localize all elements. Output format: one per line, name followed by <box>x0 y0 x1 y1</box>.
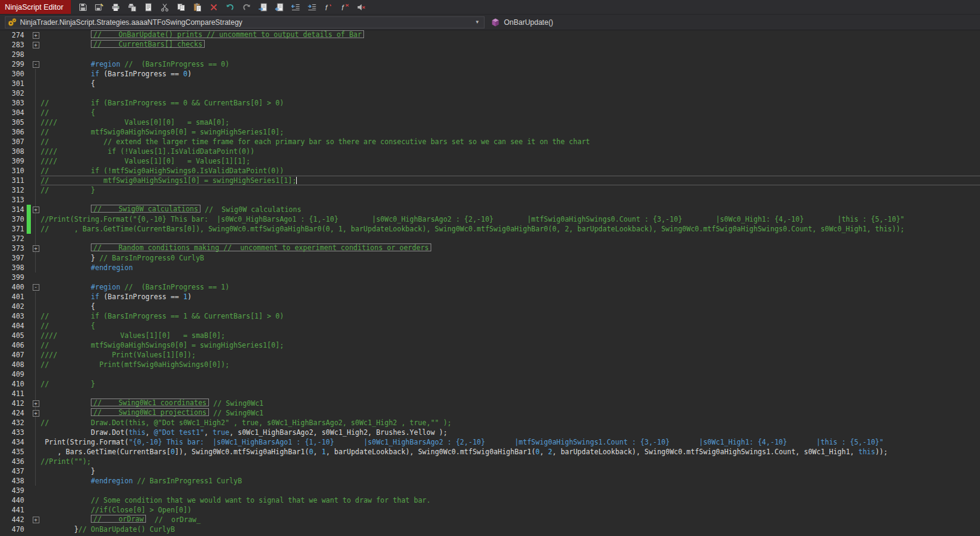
code-line[interactable]: 437 } <box>0 466 980 476</box>
indent-icon[interactable] <box>307 2 317 12</box>
code-line[interactable]: 283+ // CurrentBars[] checks <box>0 40 980 50</box>
member-selector[interactable]: OnBarUpdate() <box>491 16 975 28</box>
code-line[interactable]: 407//// Print(Values[1][0]); <box>0 350 980 360</box>
code-text[interactable]: Draw.Dot(this, @"Dot test1", true, s0Wc1… <box>41 428 980 437</box>
code-line[interactable]: 406// mtfSwig0aHighSwings0[0] = swingHig… <box>0 340 980 350</box>
code-text[interactable]: //// Print(Values[1][0]); <box>41 350 980 360</box>
code-line[interactable]: 435 , Bars.GetTime(CurrentBars[0]), Swin… <box>0 447 980 457</box>
code-line[interactable]: 305//// Values[0][0] = smaA[0]; <box>0 117 980 127</box>
code-text[interactable]: , Bars.GetTime(CurrentBars[0]), Swing0Wc… <box>41 447 980 457</box>
code-line[interactable]: 303// if (BarsInProgress == 0 && Current… <box>0 98 980 108</box>
mute-alerts-icon[interactable] <box>356 2 366 12</box>
code-text[interactable]: // Some condition that we would want to … <box>41 495 980 505</box>
collapsed-region-box[interactable]: // CurrentBars[] checks <box>91 40 205 48</box>
remove-function-icon[interactable]: f <box>340 2 349 12</box>
code-line[interactable]: 308//// if (!Values[1].IsValidDataPoint(… <box>0 147 980 156</box>
code-text[interactable]: //Print(String.Format("{0,-10} This bar:… <box>41 214 980 224</box>
code-line[interactable]: 371// , Bars.GetTime(CurrentBars[0]), Sw… <box>0 224 980 234</box>
delete-icon[interactable] <box>209 2 219 12</box>
insert-function-icon[interactable]: f <box>323 2 333 12</box>
code-text[interactable]: // Print(mtfSwig0aHighSwings0[0]); <box>41 360 980 369</box>
code-line[interactable]: 312// } <box>0 185 980 195</box>
code-line[interactable]: 404// { <box>0 321 980 331</box>
code-text[interactable]: // } <box>41 379 980 389</box>
expand-region-toggle[interactable]: + <box>33 410 39 417</box>
code-text[interactable]: // mtfSwig0aHighSwings0[0] = swingHighSe… <box>41 340 980 350</box>
collapsed-region-box[interactable]: // Swing0Wc1 coordinates <box>91 399 209 406</box>
code-text[interactable] <box>41 50 980 59</box>
code-text[interactable]: // Swig0W calculations // Swig0W calcula… <box>41 205 980 214</box>
code-text[interactable]: #region // (BarsInProgress == 0) <box>41 59 980 69</box>
collapsed-region-box[interactable]: // orDraw <box>91 515 146 523</box>
code-line[interactable]: 310// if (!mtfSwig0aHighSwings0.IsValidD… <box>0 166 980 176</box>
code-text[interactable] <box>41 195 980 205</box>
code-line[interactable]: 299- #region // (BarsInProgress == 0) <box>0 59 980 69</box>
code-text[interactable]: // , Bars.GetTime(CurrentBars[0]), Swing… <box>41 224 980 234</box>
code-text[interactable]: // { <box>41 108 980 117</box>
code-line[interactable]: 424+ // Swing0Wc1 projections // Swing0W… <box>0 408 980 418</box>
code-line[interactable]: 434 Print(String.Format("{0,-10} This ba… <box>0 437 980 447</box>
code-text[interactable]: #region // (BarsInProgress == 1) <box>41 282 980 292</box>
code-text[interactable]: //// Values[1][0] = Values[1][1]; <box>41 156 980 166</box>
code-line[interactable]: 412+ // Swing0Wc1 coordinates // Swing0W… <box>0 399 980 408</box>
code-text[interactable]: }// OnBarUpdate() CurlyB <box>41 524 980 534</box>
code-text[interactable]: { <box>41 79 980 88</box>
code-line[interactable]: 301 { <box>0 79 980 88</box>
collapsed-region-box[interactable]: // Swig0W calculations <box>91 205 200 213</box>
collapsed-region-box[interactable]: // Swing0Wc1 projections <box>91 408 209 416</box>
code-text[interactable]: // // extend the larger time frame for e… <box>41 137 980 147</box>
code-text[interactable]: //if(Close[0] > Open[0]) <box>41 505 980 515</box>
code-text[interactable] <box>41 234 980 243</box>
code-line[interactable]: 309//// Values[1][0] = Values[1][1]; <box>0 156 980 166</box>
type-selector[interactable]: NinjaTrader.NinjaScript.Strategies.aaaaN… <box>5 16 485 28</box>
code-line[interactable]: 373+ // Random conditions making // unco… <box>0 243 980 253</box>
code-text[interactable]: // mtfSwig0aHighSwings0[0] = swingHighSe… <box>41 127 980 137</box>
collapse-region-toggle[interactable]: - <box>33 284 39 291</box>
code-text[interactable] <box>41 88 980 98</box>
code-line[interactable]: 300 if (BarsInProgress == 0) <box>0 69 980 79</box>
code-text[interactable]: // if (BarsInProgress == 0 && CurrentBar… <box>41 98 980 108</box>
code-text[interactable] <box>41 273 980 282</box>
code-line[interactable]: 399 <box>0 273 980 282</box>
code-line[interactable]: 314+ // Swig0W calculations // Swig0W ca… <box>0 205 980 214</box>
code-text[interactable]: // Swing0Wc1 coordinates // Swing0Wc1 <box>41 399 980 408</box>
code-line[interactable]: 470 }// OnBarUpdate() CurlyB <box>0 524 980 534</box>
code-text[interactable]: // Draw.Dot(this, @"Dot s0Wc1_High2" , t… <box>41 418 980 428</box>
code-text[interactable]: // OnBarUpdate() prints // uncomment to … <box>41 30 980 40</box>
code-text[interactable]: // Swing0Wc1 projections // Swing0Wc1 <box>41 408 980 418</box>
save-icon[interactable] <box>78 2 88 12</box>
code-line[interactable]: 370//Print(String.Format("{0,-10} This b… <box>0 214 980 224</box>
expand-region-toggle[interactable]: + <box>33 32 39 39</box>
code-line[interactable]: 403// if (BarsInProgress == 1 && Current… <box>0 311 980 321</box>
code-line[interactable]: 441 //if(Close[0] > Open[0]) <box>0 505 980 515</box>
code-text[interactable]: #endregion // BarsInProgress1 CurlyB <box>41 476 980 486</box>
outdent-icon[interactable] <box>291 2 300 12</box>
expand-region-toggle[interactable]: + <box>33 42 39 48</box>
expand-region-toggle[interactable]: + <box>33 245 39 252</box>
code-text[interactable]: // } <box>41 185 980 195</box>
expand-region-toggle[interactable]: + <box>33 207 39 213</box>
code-line[interactable]: 398 #endregion <box>0 263 980 273</box>
code-line[interactable]: 274+ // OnBarUpdate() prints // uncommen… <box>0 30 980 40</box>
collapsed-region-box[interactable]: // OnBarUpdate() prints // uncomment to … <box>91 30 364 38</box>
code-text[interactable]: // Random conditions making // uncomment… <box>41 243 980 253</box>
code-text[interactable]: // CurrentBars[] checks <box>41 40 980 50</box>
chevron-down-icon[interactable]: ▼ <box>472 19 482 25</box>
code-line[interactable]: 405//// Values[1][0] = smaB[0]; <box>0 331 980 340</box>
cut-icon[interactable] <box>160 2 170 12</box>
collapse-region-toggle[interactable]: - <box>33 61 39 68</box>
copy-icon[interactable] <box>176 2 186 12</box>
code-line[interactable]: 372 <box>0 234 980 243</box>
code-line[interactable]: 400- #region // (BarsInProgress == 1) <box>0 282 980 292</box>
code-line[interactable]: 397 } // BarsInProgress0 CurlyB <box>0 253 980 263</box>
code-line[interactable]: 433 Draw.Dot(this, @"Dot test1", true, s… <box>0 428 980 437</box>
code-line[interactable]: 440 // Some condition that we would want… <box>0 495 980 505</box>
code-line[interactable]: 302 <box>0 88 980 98</box>
code-line[interactable]: 408// Print(mtfSwig0aHighSwings0[0]); <box>0 360 980 369</box>
code-line[interactable]: 306// mtfSwig0aHighSwings0[0] = swingHig… <box>0 127 980 137</box>
code-line[interactable]: 313 <box>0 195 980 205</box>
code-text[interactable] <box>41 369 980 379</box>
code-text[interactable]: // if (!mtfSwig0aHighSwings0.IsValidData… <box>41 166 980 176</box>
print-icon[interactable] <box>111 2 121 12</box>
redo-icon[interactable] <box>242 2 251 12</box>
